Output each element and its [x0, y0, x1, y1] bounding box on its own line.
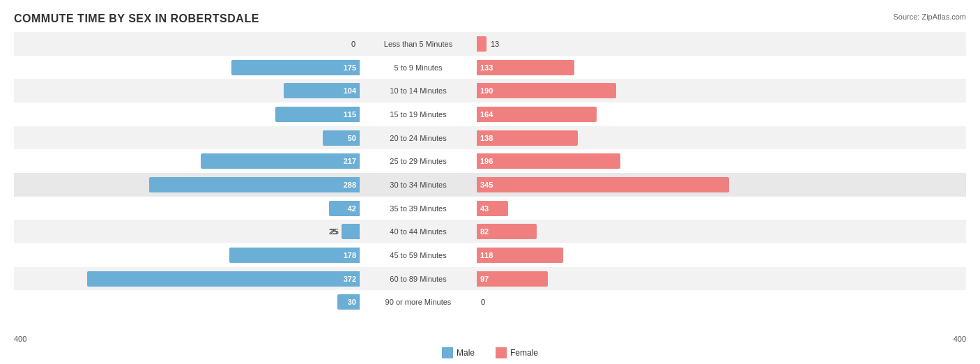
- male-value-out: 0: [351, 40, 355, 48]
- bar-male: 50: [323, 130, 360, 146]
- bar-row: 217 25 to 29 Minutes 196: [14, 149, 966, 173]
- bar-female: 82: [477, 224, 537, 239]
- bar-row: 0 Less than 5 Minutes 13: [14, 32, 966, 56]
- bar-row: 42 35 to 39 Minutes 43: [14, 197, 966, 220]
- male-value-out: 25: [329, 227, 337, 236]
- bar-label: 40 to 44 Minutes: [362, 227, 474, 236]
- bar-female: 97: [477, 271, 548, 287]
- bar-label: 60 to 89 Minutes: [362, 275, 474, 283]
- right-section: 196: [474, 153, 822, 169]
- male-value: 178: [340, 251, 360, 259]
- bar-male: 288: [149, 177, 360, 192]
- bar-label: 35 to 39 Minutes: [362, 204, 474, 213]
- legend-male-box: [442, 347, 453, 358]
- left-section: 0: [14, 36, 362, 52]
- legend-female: Female: [496, 347, 538, 358]
- female-value-out: 0: [481, 298, 485, 306]
- left-section: 25 25: [14, 224, 362, 239]
- male-value: 104: [340, 86, 360, 95]
- male-value: 30: [344, 298, 360, 306]
- right-section: 133: [474, 60, 822, 75]
- female-value: 82: [477, 227, 492, 236]
- legend-female-box: [496, 347, 507, 358]
- left-section: 178: [14, 248, 362, 263]
- legend: Male Female: [0, 347, 980, 358]
- bottom-area: 400 400 Male Female: [0, 335, 980, 358]
- male-value: 288: [340, 181, 360, 189]
- right-section: 118: [474, 248, 822, 263]
- right-section: 82: [474, 224, 822, 239]
- legend-male: Male: [442, 347, 475, 358]
- bar-label: 25 to 29 Minutes: [362, 157, 474, 165]
- source-text: Source: ZipAtlas.com: [893, 13, 966, 21]
- bar-male: 372: [87, 271, 360, 287]
- bar-label: 30 to 34 Minutes: [362, 181, 474, 189]
- left-section: 42: [14, 201, 362, 216]
- male-value: 372: [340, 275, 360, 283]
- legend-female-label: Female: [510, 348, 538, 358]
- bar-label: 15 to 19 Minutes: [362, 110, 474, 119]
- chart-title: COMMUTE TIME BY SEX IN ROBERTSDALE: [14, 13, 966, 25]
- left-section: 175: [14, 60, 362, 75]
- bar-male: 217: [201, 153, 360, 169]
- female-value: 345: [477, 181, 496, 189]
- left-section: 372: [14, 271, 362, 287]
- left-section: 217: [14, 153, 362, 169]
- male-value: 217: [340, 157, 360, 165]
- bar-label: 20 to 24 Minutes: [362, 134, 474, 142]
- bar-female: [477, 36, 487, 52]
- female-value: 133: [477, 63, 496, 72]
- bar-row: 115 15 to 19 Minutes 164: [14, 103, 966, 126]
- bar-row: 288 30 to 34 Minutes 345: [14, 173, 966, 197]
- female-value: 190: [477, 86, 496, 95]
- right-section: 190: [474, 83, 822, 98]
- bar-label: Less than 5 Minutes: [362, 40, 474, 48]
- female-value: 43: [477, 204, 492, 213]
- legend-male-label: Male: [457, 348, 475, 358]
- left-section: 288: [14, 177, 362, 192]
- bar-row: 178 45 to 59 Minutes 118: [14, 243, 966, 267]
- bar-female: 345: [477, 177, 729, 192]
- left-section: 50: [14, 130, 362, 146]
- male-value: 115: [340, 110, 360, 119]
- right-section: 43: [474, 201, 822, 216]
- female-value-out: 13: [491, 40, 499, 48]
- bar-label: 10 to 14 Minutes: [362, 86, 474, 95]
- bar-male: 104: [284, 83, 360, 98]
- axis-left: 400: [14, 335, 26, 343]
- bar-female: 43: [477, 201, 508, 216]
- bar-male: 115: [275, 107, 360, 122]
- male-value: 175: [340, 63, 360, 72]
- bar-female: 133: [477, 60, 574, 75]
- bars-area: 0 Less than 5 Minutes 13 175 5 to 9 Minu…: [14, 32, 966, 314]
- bar-row: 25 25 40 to 44 Minutes 82: [14, 220, 966, 243]
- left-section: 104: [14, 83, 362, 98]
- bar-male: 25: [342, 224, 360, 239]
- bar-female: 118: [477, 248, 563, 263]
- right-section: 138: [474, 130, 822, 146]
- left-section: 115: [14, 107, 362, 122]
- bar-row: 104 10 to 14 Minutes 190: [14, 79, 966, 103]
- bar-row: 372 60 to 89 Minutes 97: [14, 267, 966, 291]
- bar-female: 138: [477, 130, 578, 146]
- bar-male: 42: [329, 201, 360, 216]
- female-value: 118: [477, 251, 496, 259]
- right-section: 164: [474, 107, 822, 122]
- bar-female: 190: [477, 83, 616, 98]
- bar-label: 45 to 59 Minutes: [362, 251, 474, 259]
- right-section: 0: [474, 294, 822, 310]
- bar-row: 50 20 to 24 Minutes 138: [14, 126, 966, 150]
- male-value: 42: [344, 204, 360, 213]
- female-value: 196: [477, 157, 496, 165]
- female-value: 164: [477, 110, 496, 119]
- male-value: 50: [344, 134, 360, 142]
- axis-right: 400: [954, 335, 966, 343]
- right-section: 13: [474, 36, 822, 52]
- bar-row: 175 5 to 9 Minutes 133: [14, 56, 966, 79]
- bar-label: 90 or more Minutes: [362, 298, 474, 306]
- female-value: 138: [477, 134, 496, 142]
- left-section: 30: [14, 294, 362, 310]
- bar-female: 196: [477, 153, 620, 169]
- right-section: 345: [474, 177, 822, 192]
- right-section: 97: [474, 271, 822, 287]
